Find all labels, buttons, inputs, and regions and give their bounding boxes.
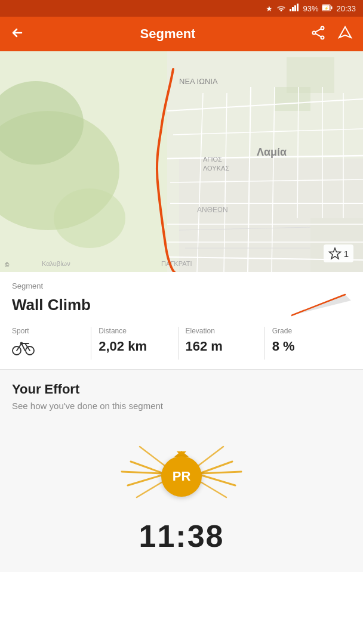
wifi-icon — [276, 4, 286, 13]
svg-text:ΑΓΙΟΣ: ΑΓΙΟΣ — [203, 156, 222, 163]
elevation-value: 162 m — [186, 339, 257, 354]
map-copyright: © — [5, 262, 9, 268]
svg-text:Καλυβίων: Καλυβίων — [42, 260, 70, 267]
svg-point-17 — [54, 188, 125, 248]
svg-text:ΝΕΑ ΙΩΝΙΑ: ΝΕΑ ΙΩΝΙΑ — [179, 77, 218, 86]
stat-distance: Distance 2,02 km — [91, 327, 178, 360]
svg-text:Λαμία: Λαμία — [257, 146, 287, 158]
time-display: 20:33 — [336, 4, 356, 13]
effort-section: Your Effort See how you've done on this … — [0, 370, 363, 572]
effort-subtitle: See how you've done on this segment — [12, 401, 351, 411]
pr-area: PR 11:38 — [12, 429, 351, 572]
svg-line-59 — [201, 472, 241, 473]
svg-line-54 — [122, 472, 162, 473]
stat-sport: Sport — [12, 327, 91, 360]
svg-point-8 — [321, 27, 324, 30]
svg-marker-13 — [339, 27, 351, 38]
map-container: ΝΕΑ ΙΩΝΙΑ ΑΓΙΟΣ ΛΟΥΚΑΣ Λαμία ΑΝΘΕΩΝ Καλυ… — [0, 51, 363, 272]
header-actions — [310, 24, 353, 44]
stat-grade: Grade 8 % — [265, 327, 351, 360]
svg-line-11 — [315, 29, 321, 32]
svg-text:ΛΟΥΚΑΣ: ΛΟΥΚΑΣ — [203, 165, 229, 172]
effort-title: Your Effort — [12, 382, 351, 397]
pr-time: 11:38 — [139, 518, 224, 554]
segment-info-card: Segment Wall Climb Sport Distance — [0, 272, 363, 370]
pr-badge: PR — [161, 456, 202, 497]
svg-line-61 — [198, 447, 223, 466]
elevation-label: Elevation — [186, 327, 257, 335]
page-title: Segment — [140, 26, 196, 42]
bluetooth-icon: ★ — [266, 4, 273, 13]
stat-elevation: Elevation 162 m — [179, 327, 265, 360]
svg-line-12 — [315, 33, 321, 36]
svg-rect-6 — [331, 6, 333, 9]
svg-point-52 — [21, 343, 23, 345]
grade-value: 8 % — [272, 339, 344, 354]
svg-rect-1 — [292, 7, 294, 11]
svg-line-62 — [199, 481, 226, 497]
svg-point-9 — [321, 36, 324, 39]
star-count: 1 — [344, 249, 349, 259]
svg-text:ΠΑΓΚΡΑΤΙ: ΠΑΓΚΡΑΤΙ — [161, 260, 192, 267]
svg-line-49 — [291, 295, 345, 315]
signal-icon — [290, 4, 299, 13]
elevation-chart — [291, 292, 351, 318]
distance-value: 2,02 km — [99, 339, 170, 354]
stats-row: Sport Distance 2,02 km Elevation 162 m G… — [12, 327, 351, 360]
battery-icon: ⚡ — [322, 4, 333, 13]
svg-text:⚡: ⚡ — [324, 6, 329, 11]
svg-rect-3 — [297, 4, 299, 11]
segment-section-label: Segment — [12, 281, 351, 290]
segment-name-row: Wall Climb — [12, 292, 351, 318]
svg-rect-0 — [290, 9, 291, 11]
bicycle-icon — [12, 339, 84, 360]
battery-percentage: 93% — [303, 4, 318, 13]
app-header: Segment — [0, 17, 363, 51]
share-button[interactable] — [310, 25, 326, 43]
svg-marker-47 — [329, 248, 340, 259]
svg-rect-2 — [294, 5, 296, 11]
svg-point-10 — [312, 32, 315, 35]
back-button[interactable] — [10, 26, 25, 42]
pr-label: PR — [173, 469, 191, 484]
svg-line-57 — [137, 481, 164, 497]
star-badge[interactable]: 1 — [324, 244, 353, 262]
navigate-button[interactable] — [337, 24, 353, 44]
grade-label: Grade — [272, 327, 344, 335]
distance-label: Distance — [99, 327, 170, 335]
segment-name: Wall Climb — [12, 296, 91, 314]
sport-label: Sport — [12, 327, 84, 335]
status-bar: ★ 93% ⚡ 20:33 — [0, 0, 363, 17]
svg-text:ΑΝΘΕΩΝ: ΑΝΘΕΩΝ — [197, 206, 228, 214]
